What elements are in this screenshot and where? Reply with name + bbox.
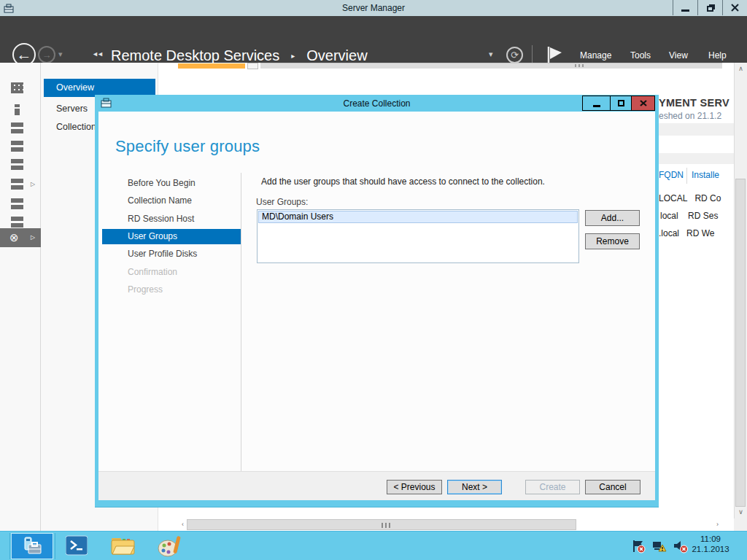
breadcrumb-current[interactable]: Overview bbox=[306, 47, 367, 64]
server-row: .local RD We bbox=[659, 228, 714, 238]
sidebar-item-dns[interactable]: ▷ bbox=[0, 175, 41, 194]
dialog-maximize-button[interactable] bbox=[611, 96, 632, 110]
wizard-step-before-you-begin[interactable]: Before You Begin bbox=[102, 176, 241, 191]
taskbar-clock[interactable]: 11:09 21.1.2013 bbox=[689, 534, 732, 553]
dns-server-icon bbox=[11, 179, 23, 190]
paint-icon bbox=[158, 535, 182, 558]
rds-expand-icon: ▷ bbox=[31, 234, 35, 241]
horizontal-scrollbar-thumb[interactable] bbox=[187, 519, 576, 530]
tasks-toolbar-fragment bbox=[659, 123, 734, 136]
forward-button[interactable]: → bbox=[38, 46, 55, 63]
tray-network-icon[interactable] bbox=[652, 540, 667, 553]
previous-button[interactable]: < Previous bbox=[387, 480, 442, 494]
window-minimize-button[interactable] bbox=[673, 0, 697, 15]
add-button[interactable]: Add... bbox=[585, 210, 640, 226]
create-button[interactable]: Create bbox=[525, 480, 580, 494]
content-splitter-track[interactable] bbox=[260, 63, 722, 69]
tray-flag-icon[interactable] bbox=[632, 540, 646, 553]
history-dropdown-icon[interactable]: ▾ bbox=[58, 50, 63, 59]
scroll-up-icon[interactable]: ∧ bbox=[735, 63, 747, 75]
minimize-icon bbox=[681, 9, 689, 12]
sidebar-item-ad[interactable] bbox=[0, 155, 41, 174]
minimize-icon bbox=[593, 105, 600, 107]
sidebar-item-all-servers[interactable] bbox=[0, 119, 41, 138]
splitter-grip-icon bbox=[575, 64, 584, 67]
user-groups-listbox[interactable]: MD\Domain Users bbox=[257, 209, 579, 263]
wizard-step-user-groups[interactable]: User Groups bbox=[102, 229, 241, 244]
dashboard-icon bbox=[11, 82, 23, 93]
overview-diagram-orange-fragment bbox=[178, 63, 245, 69]
sidebar-item-rds-selected[interactable]: ⊗ ▷ bbox=[0, 228, 41, 247]
cancel-button[interactable]: Cancel bbox=[585, 480, 640, 494]
refresh-button[interactable]: ⟳ bbox=[506, 47, 523, 63]
filter-toolbar-fragment bbox=[659, 153, 734, 164]
back-icon: ← bbox=[17, 46, 32, 63]
column-header-installed[interactable]: Installe bbox=[692, 170, 719, 180]
wizard-step-user-profile-disks[interactable]: User Profile Disks bbox=[102, 246, 241, 262]
user-group-item-selected[interactable]: MD\Domain Users bbox=[258, 211, 578, 223]
collapse-breadcrumb-icon[interactable]: ◄◄ bbox=[92, 50, 102, 58]
wizard-heading: Specify user groups bbox=[115, 137, 260, 156]
window-close-button[interactable] bbox=[722, 0, 747, 15]
server-row: local RD Ses bbox=[660, 211, 718, 221]
user-groups-label: User Groups: bbox=[256, 197, 308, 207]
rds-badge-icon: ⊗ bbox=[9, 231, 19, 244]
menu-tools[interactable]: Tools bbox=[630, 50, 651, 62]
wizard-step-rd-session-host[interactable]: RD Session Host bbox=[102, 211, 241, 227]
close-icon bbox=[731, 4, 739, 12]
wizard-divider bbox=[241, 173, 241, 471]
tray-volume-icon[interactable] bbox=[673, 540, 688, 553]
sidebar-item-file-storage[interactable] bbox=[0, 137, 41, 156]
taskbar-server-manager-button[interactable] bbox=[11, 533, 53, 559]
dialog-close-button[interactable] bbox=[632, 96, 654, 110]
diagram-zoom-button[interactable] bbox=[247, 63, 258, 69]
expand-right-icon: ▷ bbox=[31, 181, 35, 187]
iis-server-icon bbox=[11, 198, 23, 209]
file-storage-icon bbox=[11, 141, 23, 152]
ad-server-icon bbox=[11, 159, 23, 170]
grip-icon bbox=[382, 523, 391, 528]
scrollbar-corner bbox=[734, 518, 747, 531]
remove-button[interactable]: Remove bbox=[585, 233, 640, 249]
sidebar-item-dashboard[interactable] bbox=[0, 79, 41, 98]
vertical-scrollbar-thumb[interactable] bbox=[735, 179, 746, 507]
scroll-right-icon[interactable]: › bbox=[711, 518, 724, 531]
horizontal-scrollbar[interactable]: ‹ › bbox=[158, 518, 734, 531]
taskbar-powershell-button[interactable] bbox=[66, 535, 88, 556]
next-button[interactable]: Next > bbox=[447, 480, 502, 494]
sidebar-item-local-server[interactable] bbox=[0, 101, 41, 120]
refresh-icon: ⟳ bbox=[511, 50, 519, 61]
taskbar-paint-button[interactable] bbox=[158, 535, 182, 558]
powershell-icon bbox=[66, 535, 88, 556]
local-server-icon bbox=[11, 104, 23, 115]
column-divider bbox=[686, 168, 687, 184]
menu-view[interactable]: View bbox=[669, 50, 688, 62]
dialog-body bbox=[98, 112, 655, 500]
column-header-fqdn[interactable]: FQDN bbox=[659, 170, 684, 180]
taskbar-file-explorer-button[interactable] bbox=[111, 535, 135, 556]
window-titlebar: Server Manager bbox=[0, 0, 747, 16]
window-restore-button[interactable] bbox=[697, 0, 722, 15]
all-servers-icon bbox=[11, 122, 23, 133]
deployment-servers-heading-fragment: YMENT SERV bbox=[659, 97, 729, 109]
breadcrumb-root[interactable]: Remote Desktop Services bbox=[111, 47, 279, 64]
wizard-step-collection-name[interactable]: Collection Name bbox=[102, 193, 241, 209]
close-icon bbox=[640, 100, 647, 106]
sidebar-icon-rail: ▷ ⊗ ▷ bbox=[0, 63, 41, 531]
clock-date: 21.1.2013 bbox=[689, 545, 732, 553]
menu-help[interactable]: Help bbox=[708, 50, 727, 62]
menu-manage[interactable]: Manage bbox=[580, 50, 611, 62]
dialog-window-buttons bbox=[582, 96, 655, 111]
clock-time: 11:09 bbox=[689, 534, 732, 543]
nav-divider bbox=[532, 45, 533, 64]
sidebar-item-iis[interactable] bbox=[0, 195, 41, 214]
nav-bar: ← → ▾ ◄◄ Remote Desktop Services ▸ Overv… bbox=[0, 16, 747, 63]
create-collection-dialog: Create Collection Specify user groups Be… bbox=[95, 95, 659, 508]
forward-icon: → bbox=[42, 50, 52, 61]
wizard-step-confirmation: Confirmation bbox=[102, 265, 241, 280]
breadcrumb-separator-icon: ▸ bbox=[291, 52, 295, 60]
taskbar: 11:09 21.1.2013 bbox=[0, 531, 747, 560]
scroll-down-icon[interactable]: ∨ bbox=[735, 506, 747, 518]
breadcrumb-dropdown-icon[interactable]: ▾ bbox=[489, 50, 493, 59]
dialog-minimize-button[interactable] bbox=[583, 96, 611, 110]
